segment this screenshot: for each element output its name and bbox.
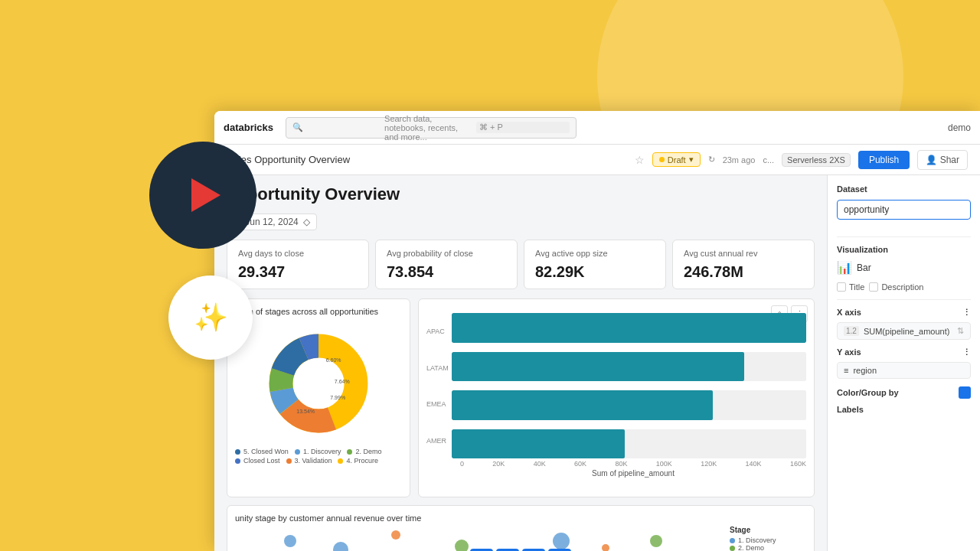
charts-row: ution of stages across all opportunities — [227, 298, 815, 497]
y-axis-section: Y axis ⋮ ≡ region — [837, 347, 971, 379]
sparkle-icon: ✨ — [194, 302, 228, 334]
databricks-logo: databricks — [224, 122, 273, 133]
legend-discovery: 1. Discovery — [295, 448, 341, 455]
bar-chart-icon: 📊 — [837, 260, 852, 275]
right-panel: Dataset Visualization 📊 Bar Title Descri… — [827, 175, 980, 551]
region-label-amer: AMER — [426, 437, 449, 445]
description-checkbox[interactable] — [869, 282, 878, 292]
share-icon: 👤 — [926, 155, 937, 165]
x-tick-120k: 120K — [701, 460, 717, 468]
date-row: → Jun 12, 2024 ◇ — [227, 214, 815, 230]
legend-discovery-bottom: 1. Discovery — [730, 536, 806, 544]
viz-section-title: Visualization — [837, 245, 971, 254]
bubble-3 — [391, 530, 400, 540]
x-axis-more-icon[interactable]: ⋮ — [962, 308, 971, 318]
search-placeholder: Search data, notebooks, recents, and mor… — [384, 114, 472, 142]
bubble-6 — [553, 533, 570, 549]
legend-label: 5. Closed Won — [243, 448, 289, 455]
play-icon — [191, 178, 220, 212]
x-axis-item[interactable]: 1.2 SUM(pipeline_amount) ⇅ — [837, 322, 971, 340]
search-shortcut: ⌘ + P — [476, 122, 570, 133]
calendar-icon: ◇ — [303, 217, 310, 227]
top-bar-right: demo — [948, 122, 971, 133]
donut-title: ution of stages across all opportunities — [235, 307, 402, 316]
play-button[interactable] — [149, 142, 256, 249]
search-icon: 🔍 — [292, 122, 380, 132]
description-checkbox-label: Description — [881, 282, 923, 292]
color-group-row: Color/Group by — [837, 386, 971, 399]
bubble-4 — [455, 540, 469, 551]
kpi-value-days: 29.347 — [238, 263, 358, 281]
color-swatch[interactable] — [959, 386, 971, 399]
region-label-apac: APAC — [426, 328, 449, 335]
title-desc-row: Title Description — [837, 282, 971, 292]
serverless-label: Serverless — [787, 155, 827, 165]
x-tick-100k: 100K — [656, 460, 672, 468]
legend-demo-bottom: 2. Demo — [730, 544, 806, 551]
user-menu[interactable]: demo — [948, 122, 971, 133]
dataset-section-title: Dataset — [837, 184, 971, 194]
title-checkbox[interactable] — [837, 282, 846, 292]
kpi-row: Avg days to close 29.347 Avg probability… — [227, 240, 815, 289]
x-axis-title: Sum of pipeline_amount — [460, 469, 806, 478]
size-badge: 2XS — [829, 155, 845, 165]
donut-legend: 5. Closed Won 1. Discovery 2. Demo — [235, 448, 402, 465]
bar-chart-area: APAC LATAM EMEA AMER — [426, 313, 806, 474]
panel-divider — [837, 236, 971, 237]
svg-text:7.99%: 7.99% — [330, 395, 345, 400]
viz-type-row: 📊 Bar — [837, 260, 971, 275]
y-axis-item[interactable]: ≡ region — [837, 362, 971, 379]
kpi-label-rev: Avg cust annual rev — [684, 248, 803, 259]
bubble-8 — [650, 535, 662, 547]
draft-label: Draft — [668, 155, 686, 165]
x-tick-140k: 140K — [746, 460, 762, 468]
app-window: databricks 🔍 Search data, notebooks, rec… — [214, 111, 980, 551]
region-label-latam: LATAM — [426, 364, 449, 372]
legend-label: 3. Validation — [295, 457, 332, 465]
kpi-card-prob: Avg probability of close 73.854 — [375, 240, 518, 289]
page-title: opportunity Overview — [227, 184, 815, 204]
labels-title: Labels — [837, 405, 971, 414]
x-tick-20k: 20K — [492, 460, 505, 468]
draft-dot — [659, 157, 665, 162]
donut-svg: 6.60% 7.64% 7.99% 13.54% — [265, 330, 372, 437]
svg-text:13.54%: 13.54% — [296, 409, 315, 414]
dataset-input[interactable] — [837, 200, 971, 220]
y-axis-value: region — [853, 366, 877, 375]
search-bar[interactable]: 🔍 Search data, notebooks, recents, and m… — [286, 117, 577, 139]
swap-icon: ⇅ — [957, 326, 964, 336]
kpi-value-prob: 73.854 — [387, 263, 506, 281]
description-checkbox-item[interactable]: Description — [869, 282, 923, 292]
x-tick-40k: 40K — [534, 460, 546, 468]
color-group-label: Color/Group by — [837, 388, 899, 397]
title-checkbox-item[interactable]: Title — [837, 282, 864, 292]
chevron-down-icon: ▾ — [689, 155, 694, 165]
bottom-chart-title: unity stage by customer annual revenue o… — [235, 514, 806, 523]
compute-info: c... — [763, 155, 774, 165]
bubble-1 — [284, 535, 296, 547]
x-axis-section-title: X axis ⋮ — [837, 308, 971, 318]
refresh-icon: ↻ — [708, 155, 715, 165]
kpi-label-size: Avg active opp size — [535, 248, 655, 259]
publish-button[interactable]: Publish — [858, 151, 910, 169]
bubble-chart-area — [235, 526, 724, 551]
toolbar: Sales Opportunity Overview ☆ Draft ▾ ↻ 2… — [214, 145, 980, 175]
bottom-chart-section: unity stage by customer annual revenue o… — [227, 505, 815, 551]
x-tick-60k: 60K — [574, 460, 586, 468]
bottom-legend: Stage 1. Discovery 2. Demo 3. Validation — [730, 526, 806, 551]
x-axis-badge: 1.2 — [844, 326, 859, 336]
content-area: opportunity Overview → Jun 12, 2024 ◇ Av… — [214, 175, 980, 551]
y-axis-section-title: Y axis ⋮ — [837, 347, 971, 357]
donut-container: 6.60% 7.64% 7.99% 13.54% — [235, 322, 402, 445]
y-axis-label: Y axis — [837, 347, 861, 357]
serverless-badge[interactable]: Serverless 2XS — [782, 153, 851, 167]
star-icon[interactable]: ☆ — [635, 154, 645, 166]
legend-procure: 4. Procure — [338, 457, 378, 465]
donut-chart-section: ution of stages across all opportunities — [227, 298, 410, 497]
ai-feature-button[interactable]: ✨ — [168, 276, 253, 360]
draft-badge[interactable]: Draft ▾ — [652, 152, 701, 167]
y-axis-more-icon[interactable]: ⋮ — [962, 347, 971, 357]
share-button[interactable]: 👤 Shar — [917, 150, 968, 170]
main-content: opportunity Overview → Jun 12, 2024 ◇ Av… — [214, 175, 827, 551]
x-axis: 0 20K 40K 60K 80K 100K 120K 140K 160K — [460, 460, 806, 468]
